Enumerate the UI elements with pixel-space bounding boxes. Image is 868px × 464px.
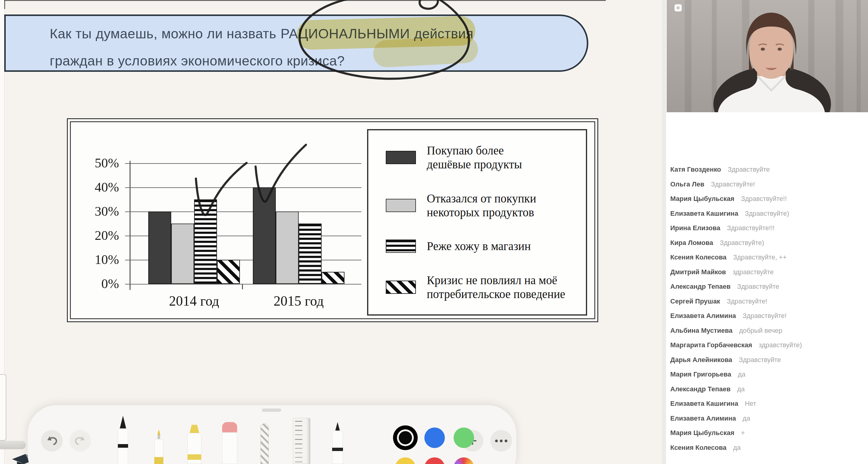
- chat-message: Дарья АлейниковаЗдравствуйте: [666, 353, 868, 368]
- whiteboard-canvas[interactable]: Как ты думаешь, можно ли назватьРАЦИОНАЛ…: [0, 0, 662, 464]
- undo-button[interactable]: [41, 430, 63, 452]
- chat-text: добрый вечер: [739, 327, 782, 335]
- chat-text: да: [738, 371, 745, 378]
- color-swatch-yellow[interactable]: [395, 457, 415, 464]
- question-text-before: Как ты думаешь, можно ли назвать: [50, 26, 276, 41]
- x-category-label: 2015 год: [239, 293, 359, 309]
- chat-author: Александр Тепаев: [670, 283, 731, 291]
- redo-icon: [73, 434, 87, 447]
- chat-text: здравствуйте: [733, 268, 774, 276]
- bar-2015-год-series-0: [253, 187, 276, 284]
- chat-message-list[interactable]: Катя ГвозденкоЗдравствуйтеОльга ЛевЗдрав…: [666, 162, 868, 464]
- chat-text: Здравствуйте: [728, 166, 770, 173]
- chat-author: Дмитрий Майков: [670, 268, 726, 276]
- chat-author: Маргарита Горбачевская: [670, 341, 752, 349]
- chat-author: Ирина Елизова: [670, 224, 720, 232]
- markup-toolbar: + •••: [28, 405, 516, 464]
- legend-label: Реже хожу в магазин: [427, 239, 531, 253]
- chat-message: Елизавета АлиминаЗдравствуйте!: [666, 309, 868, 323]
- chart-image: 50%40%30%20%10%0%2014 год2015 год Покупа…: [67, 118, 598, 322]
- chat-message: Ксения КолесоваЗдравствуйте, ++: [666, 250, 868, 265]
- chat-message: Елизавета КашигинаНет: [666, 397, 868, 411]
- webcam-frame: [667, 0, 868, 112]
- chart-legend: Покупаю болеедешёвые продуктыОтказался о…: [367, 129, 587, 316]
- chat-message: Дмитрий Майковздравствуйте: [666, 265, 868, 280]
- lasso-hook-annotation: [420, 0, 438, 9]
- chat-text: Нет: [745, 400, 756, 408]
- fineliner-tool[interactable]: [154, 429, 163, 464]
- chat-text: Здравствуйте: [737, 283, 779, 291]
- eraser-tool[interactable]: [222, 422, 237, 464]
- chat-message: Мария Григорьевада: [666, 367, 868, 382]
- y-tick-label: 50%: [71, 155, 119, 171]
- question-text-after: действия: [414, 26, 473, 41]
- legend-row: Покупаю болеедешёвые продукты: [386, 144, 577, 171]
- question-line-2: граждан в условиях экономического кризис…: [50, 53, 345, 69]
- chat-author: Елизавета Кашигина: [670, 210, 738, 218]
- chat-message: Ольга ЛевЗдравствуйте!: [666, 177, 868, 192]
- legend-label-line: Отказался от покупки: [427, 192, 536, 205]
- chat-text: Здравствуйте, ++: [733, 254, 786, 261]
- chat-author: Мария Цыбульская: [670, 195, 735, 203]
- screen: Как ты думаешь, можно ли назватьРАЦИОНАЛ…: [0, 0, 868, 464]
- legend-label-line: дешёвые продукты: [427, 157, 522, 171]
- chat-text: да: [743, 414, 750, 423]
- bar-2015-год-series-2: [299, 224, 321, 284]
- bar-2014-год-series-3: [217, 260, 240, 284]
- x-axis-mid-tick: [242, 284, 243, 289]
- partial-side-panel: [0, 374, 6, 441]
- chat-author: Ксения Колесова: [670, 254, 726, 261]
- chat-message: Александр ТепаевЗдравствуйте: [666, 279, 868, 294]
- ruler-tool[interactable]: [293, 418, 310, 464]
- legend-swatch-diagonal-stripes: [386, 281, 416, 294]
- color-swatch-red[interactable]: [424, 457, 445, 464]
- chat-text: Здраствуйте!: [727, 297, 767, 305]
- chat-message: Альбина Мустиевадобрый вечер: [666, 323, 868, 338]
- chat-message: Маргарита Горбачевскаяздравствуйте): [666, 338, 868, 353]
- y-axis-line: [130, 161, 130, 290]
- chat-text: Здравствуйте): [720, 239, 764, 247]
- chat-message: Мария Цыбульская+: [666, 426, 868, 440]
- chat-text: +: [741, 429, 745, 437]
- color-swatch-blue[interactable]: [424, 428, 445, 448]
- chat-message: Елизавета Алиминада: [666, 411, 868, 426]
- lasso-tool[interactable]: [260, 423, 269, 464]
- color-swatch-black[interactable]: [395, 428, 415, 448]
- color-swatch-green[interactable]: [454, 428, 474, 448]
- chat-message: Александр Тепаевда: [666, 382, 868, 397]
- marker-tool[interactable]: [332, 422, 344, 464]
- legend-label-line: Реже хожу в магазин: [427, 239, 531, 253]
- chat-author: Елизавета Алимина: [670, 312, 736, 320]
- chat-author: Мария Григорьева: [670, 371, 731, 378]
- legend-label-line: некоторых продуктов: [427, 205, 536, 219]
- board-top-rule: [4, 0, 606, 1]
- legend-label-line: Покупаю более: [427, 144, 522, 157]
- toolbar-drag-handle[interactable]: [262, 408, 281, 412]
- chat-text: Здравствуйте!!: [741, 195, 787, 203]
- teacher-webcam-video: [667, 0, 868, 112]
- legend-label-line: потребительское поведение: [427, 287, 565, 301]
- chat-author: Ольга Лев: [670, 180, 704, 188]
- redo-button[interactable]: [69, 430, 91, 452]
- more-options-button[interactable]: •••: [490, 430, 512, 452]
- chat-message: Кира ЛомоваЗдравствуйте): [666, 236, 868, 251]
- legend-swatch-solid-light-gray: [386, 199, 416, 212]
- chat-text: Здравствуйте!!!: [727, 224, 775, 232]
- chat-text: Здравствуйте!: [711, 180, 755, 188]
- y-tick-label: 20%: [71, 228, 119, 243]
- color-swatch-rainbow[interactable]: [454, 457, 474, 464]
- gridline: [125, 163, 361, 164]
- chat-message: Сергей ПрушакЗдраствуйте!: [666, 294, 868, 309]
- bar-2014-год-series-2: [194, 199, 217, 284]
- legend-label: Покупаю болеедешёвые продукты: [427, 144, 522, 171]
- legend-label: Кризис не повлиял на моёпотребительское …: [427, 273, 565, 301]
- legend-swatch-horizontal-stripes: [386, 239, 416, 253]
- chat-author: Елизавета Алимина: [670, 414, 736, 423]
- board-top-rule-corner: [4, 0, 5, 9]
- chat-author: Мария Цыбульская: [670, 429, 735, 437]
- chat-author: Ксения Колесова: [670, 444, 726, 452]
- y-tick-label: 10%: [71, 252, 119, 267]
- pen-tool[interactable]: [117, 416, 129, 464]
- highlighter-tool[interactable]: [187, 425, 201, 464]
- chat-text: Здравствуйте!: [743, 312, 786, 320]
